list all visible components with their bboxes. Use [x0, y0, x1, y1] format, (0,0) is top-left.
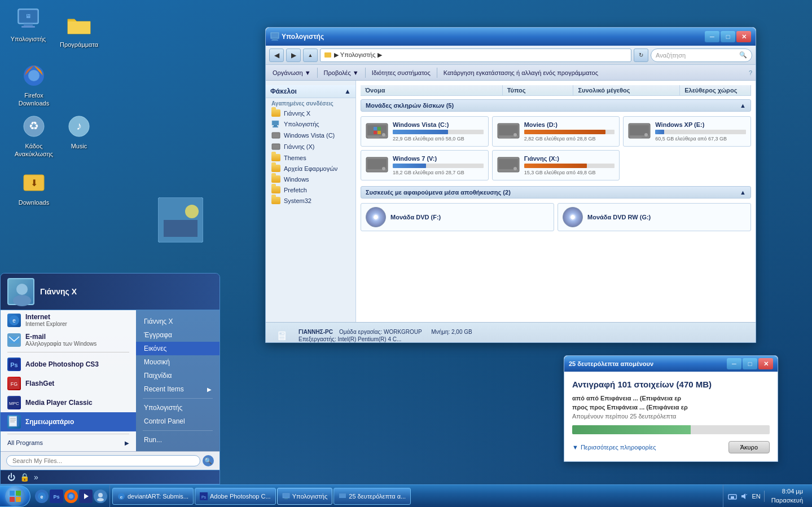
- close-button[interactable]: ✕: [736, 31, 751, 42]
- sm-right-giannhs[interactable]: Γιάννης X: [136, 315, 220, 328]
- sm-right-music-label: Μουσική: [144, 358, 170, 366]
- removable-label: Συσκευές με αφαιρούμενα μέσα αποθήκευσης…: [366, 189, 511, 196]
- sm-right-run[interactable]: Run...: [136, 433, 220, 447]
- tray-network-icon[interactable]: [728, 492, 737, 501]
- taskbar-ps-icon[interactable]: Ps: [50, 490, 63, 503]
- expand-icon[interactable]: »: [34, 473, 38, 482]
- minimize-button[interactable]: ─: [705, 31, 719, 42]
- sidebar-hdd-icon-0: [271, 131, 280, 139]
- sidebar-item-system32[interactable]: System32: [266, 195, 355, 206]
- sidebar-item-apps[interactable]: Αρχεία Εφαρμογών: [266, 163, 355, 174]
- dvd-item-f[interactable]: Μονάδα DVD (F:): [361, 203, 554, 231]
- sm-right-images[interactable]: Εικόνες: [136, 342, 220, 355]
- folders-toggle[interactable]: ▲: [344, 87, 351, 95]
- status-memory: Μνήμη: 2,00 GB: [431, 329, 472, 335]
- drive-item-x[interactable]: Γιάννης (X:) 15,3 GB ελεύθερα από 49,8 G…: [492, 150, 620, 180]
- status-monitor-icon: 🖥: [271, 326, 292, 343]
- sidebar-item-prefetch[interactable]: Prefetch: [266, 184, 355, 195]
- desktop-icon-computer[interactable]: 🖥 Υπολογιστής: [6, 6, 51, 43]
- sidebar-label-6: Windows: [284, 176, 309, 183]
- up-button[interactable]: ▲: [303, 49, 318, 62]
- taskbar-clock[interactable]: 8:04 μμ Παρασκευή: [767, 487, 807, 505]
- drive-item-c[interactable]: Windows Vista (C:) 22,9 GB ελεύθερα από …: [361, 116, 489, 147]
- refresh-button[interactable]: ↻: [634, 49, 648, 62]
- more-info-button[interactable]: ▼ Περισσότερες πληροφορίες: [572, 444, 656, 451]
- views-button[interactable]: Προβολές ▼: [321, 68, 362, 77]
- copy-close-button[interactable]: ✕: [758, 358, 773, 369]
- sidebar-item-windows[interactable]: Windows: [266, 174, 355, 184]
- drive-bar-e: [655, 130, 664, 134]
- sidebar-item-giannhs[interactable]: Γιάννης X: [266, 108, 355, 118]
- uninstall-button[interactable]: Κατάργηση εγκατάστασης ή αλλαγή ενός προ…: [440, 68, 602, 77]
- sm-item-mpc[interactable]: MPC Media Player Classic: [1, 393, 136, 412]
- tray-language-indicator[interactable]: EN: [750, 492, 761, 501]
- cancel-button[interactable]: Άκυρο: [728, 441, 770, 453]
- search-bar[interactable]: Αναζήτηση 🔍: [651, 49, 752, 62]
- svg-text:MPC: MPC: [9, 401, 19, 406]
- all-programs-btn[interactable]: All Programs ▶: [1, 437, 136, 449]
- search-button[interactable]: 🔍: [203, 455, 214, 466]
- taskbar-task-photoshop[interactable]: Ps Adobe Photoshop C...: [195, 488, 276, 505]
- sm-right-documents[interactable]: Έγγραφα: [136, 328, 220, 342]
- tray-volume-icon[interactable]: [739, 492, 748, 501]
- search-input[interactable]: [6, 455, 200, 466]
- start-button[interactable]: [0, 486, 30, 507]
- lock-icon[interactable]: 🔒: [20, 473, 29, 482]
- drive-info-v: Windows 7 (V:) 18,2 GB ελεύθερα από 28,7…: [393, 155, 484, 175]
- sidebar-item-vista[interactable]: Windows Vista (C): [266, 130, 355, 141]
- desktop-icon-folder[interactable]: Προγράμματα: [56, 11, 102, 49]
- power-icon[interactable]: ⏻: [7, 473, 15, 482]
- col-total[interactable]: Συνολικό μέγεθος: [573, 85, 680, 95]
- back-button[interactable]: ◀: [269, 49, 284, 62]
- dvd-item-g[interactable]: Μονάδα DVD RW (G:): [558, 203, 751, 231]
- address-bar[interactable]: ▶ Υπολογιστής ▶: [320, 49, 631, 62]
- svg-rect-27: [9, 416, 17, 426]
- taskbar-firefox-icon[interactable]: [64, 490, 78, 503]
- sidebar-item-themes[interactable]: Themes: [266, 152, 355, 163]
- copy-maximize-button[interactable]: □: [743, 358, 757, 369]
- drive-item-v[interactable]: Windows 7 (V:) 18,2 GB ελεύθερα από 28,7…: [361, 150, 489, 180]
- sidebar-item-computer[interactable]: Υπολογιστής: [266, 118, 355, 130]
- sm-right-computer[interactable]: Υπολογιστής: [136, 401, 220, 415]
- col-name[interactable]: Όνομα: [361, 85, 503, 95]
- col-type[interactable]: Τύπος: [503, 85, 574, 95]
- sm-item-flashget[interactable]: FG FlashGet: [1, 374, 136, 393]
- drive-item-d[interactable]: Movies (D:) 2,82 GB ελεύθερα από 28,8 GB: [492, 116, 620, 147]
- sm-item-notepad[interactable]: Σημειωματάριο: [1, 412, 136, 431]
- sm-right-recent[interactable]: Recent Items ▶: [136, 382, 220, 396]
- recent-arrow: ▶: [207, 386, 212, 393]
- sm-item-email[interactable]: E-mail Αλληλογραφία των Windows: [1, 330, 136, 350]
- maximize-button[interactable]: □: [721, 31, 735, 42]
- help-icon[interactable]: ?: [749, 69, 752, 76]
- organize-button[interactable]: Οργάνωση ▼: [269, 68, 314, 77]
- col-free[interactable]: Ελεύθερος χώρος: [680, 85, 751, 95]
- desktop-icon-music[interactable]: ♪ Music: [56, 113, 102, 150]
- sm-item-internet[interactable]: e Internet Internet Explorer: [1, 310, 136, 330]
- sm-right-games[interactable]: Παιχνίδια: [136, 369, 220, 382]
- taskbar-users-icon[interactable]: [94, 490, 107, 503]
- desktop-icon-recycle[interactable]: ♻ ΚάδοςΑνακύκλωσης: [11, 113, 56, 158]
- taskbar-task-copy[interactable]: 25 δευτερόλεπτα α...: [333, 488, 411, 505]
- svg-rect-34: [271, 39, 278, 41]
- sm-right-music[interactable]: Μουσική: [136, 355, 220, 369]
- properties-button[interactable]: Ιδιότητες συστήματος: [368, 68, 434, 77]
- organize-label: Οργάνωση: [273, 69, 303, 76]
- desktop-icon-firefox[interactable]: FirefoxDownloads: [11, 62, 56, 108]
- taskbar-task-deviantart[interactable]: e deviantART: Submis...: [112, 488, 194, 505]
- taskbar-media-icon[interactable]: [79, 490, 93, 503]
- organize-arrow: ▼: [305, 69, 311, 76]
- removable-toggle[interactable]: ▲: [740, 189, 746, 196]
- drive-item-e[interactable]: Windows XP (E:) 60,5 GB ελεύθερα από 67,…: [623, 116, 751, 147]
- taskbar-task-explorer[interactable]: Υπολογιστής: [277, 488, 333, 505]
- forward-button[interactable]: ▶: [286, 49, 301, 62]
- ps-task-icon: Ps: [200, 492, 208, 500]
- sm-item-photoshop[interactable]: Ps Adobe Photoshop CS3: [1, 355, 136, 374]
- drive-size-e: 60,5 GB ελεύθερα από 67,3 GB: [655, 136, 746, 142]
- desktop-icon-downloads[interactable]: ⬇ Downloads: [11, 169, 56, 206]
- taskbar-ie-icon[interactable]: e: [35, 490, 49, 503]
- sm-right-control[interactable]: Control Panel: [136, 415, 220, 428]
- explorer-toolbar: Οργάνωση ▼ Προβολές ▼ Ιδιότητες συστήματ…: [266, 65, 756, 81]
- copy-minimize-button[interactable]: ─: [727, 358, 741, 369]
- hard-drives-toggle[interactable]: ▲: [740, 102, 746, 109]
- sidebar-item-giannhsx[interactable]: Γιάννης (X): [266, 141, 355, 152]
